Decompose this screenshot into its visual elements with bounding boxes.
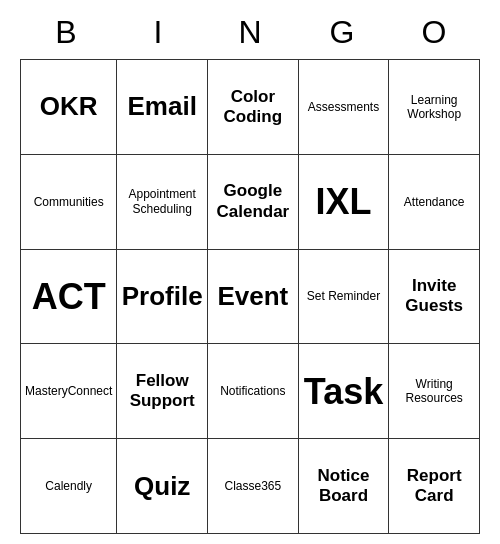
header-letter: G — [296, 10, 388, 55]
bingo-cell-r3-c1: Fellow Support — [117, 344, 208, 439]
bingo-cell-r1-c0: Communities — [21, 155, 117, 250]
bingo-cell-r2-c1: Profile — [117, 250, 208, 345]
bingo-cell-r2-c0: ACT — [21, 250, 117, 345]
bingo-cell-r3-c2: Notifications — [208, 344, 299, 439]
bingo-grid: OKREmailColor CodingAssessmentsLearning … — [20, 59, 480, 534]
bingo-cell-r1-c2: Google Calendar — [208, 155, 299, 250]
bingo-cell-r1-c3: IXL — [299, 155, 390, 250]
header-letter: I — [112, 10, 204, 55]
header-letter: N — [204, 10, 296, 55]
bingo-cell-r0-c3: Assessments — [299, 60, 390, 155]
bingo-cell-r0-c1: Email — [117, 60, 208, 155]
bingo-cell-r3-c0: MasteryConnect — [21, 344, 117, 439]
bingo-cell-r2-c3: Set Reminder — [299, 250, 390, 345]
bingo-header: BINGO — [20, 10, 480, 55]
bingo-cell-r2-c2: Event — [208, 250, 299, 345]
bingo-cell-r4-c4: Report Card — [389, 439, 480, 534]
bingo-cell-r0-c2: Color Coding — [208, 60, 299, 155]
bingo-cell-r3-c4: Writing Resources — [389, 344, 480, 439]
header-letter: B — [20, 10, 112, 55]
bingo-cell-r0-c4: Learning Workshop — [389, 60, 480, 155]
bingo-cell-r2-c4: Invite Guests — [389, 250, 480, 345]
bingo-cell-r4-c3: Notice Board — [299, 439, 390, 534]
bingo-cell-r4-c1: Quiz — [117, 439, 208, 534]
bingo-cell-r4-c0: Calendly — [21, 439, 117, 534]
bingo-cell-r4-c2: Classe365 — [208, 439, 299, 534]
bingo-cell-r0-c0: OKR — [21, 60, 117, 155]
header-letter: O — [388, 10, 480, 55]
bingo-cell-r3-c3: Task — [299, 344, 390, 439]
bingo-cell-r1-c1: Appointment Scheduling — [117, 155, 208, 250]
bingo-cell-r1-c4: Attendance — [389, 155, 480, 250]
